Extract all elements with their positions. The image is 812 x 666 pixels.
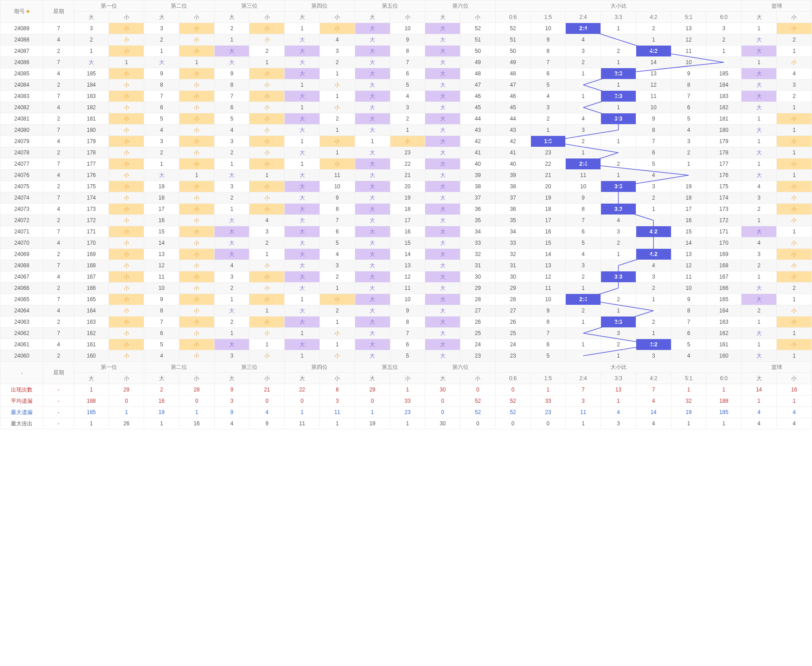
cell-issue: 24088: [0, 34, 43, 46]
cell-ratio-6: 161: [706, 339, 742, 350]
cell-week: 2: [43, 181, 74, 192]
cell-p1-xiao: 小: [179, 249, 214, 260]
cell-ratio-5: 6: [671, 102, 706, 113]
col-ratio-2: 2:4: [566, 373, 601, 384]
cell-blue-xiao: 小: [776, 57, 812, 68]
cell-blue-xiao: 1: [776, 46, 812, 57]
cell-p1-xiao: 小: [179, 305, 214, 317]
cell-issue: 24074: [0, 192, 43, 204]
cell-p2-xiao: 小: [249, 68, 285, 79]
cell-ratio-6: 1: [706, 46, 742, 57]
cell-ratio-3: 1: [601, 170, 636, 181]
cell-ratio-2: 5: [566, 238, 601, 249]
cell-p2-xiao: 1: [249, 249, 285, 260]
cell-ratio-4: 1: [636, 34, 671, 46]
cell-p0-da: 2: [74, 34, 109, 46]
col-ratio-0: 0:6: [495, 373, 530, 384]
cell-p0-da: 160: [74, 350, 109, 362]
cell-p1-xiao: 小: [179, 91, 214, 102]
cell-p0-xiao: 小: [109, 350, 144, 362]
col-pos5-xiao: 小: [460, 12, 496, 23]
cell-ratio-2: 2:4: [566, 102, 601, 113]
s-p4-a: 1: [355, 407, 390, 418]
stat-week: -: [43, 418, 74, 429]
cell-blue-xiao: 4: [776, 68, 812, 79]
col-blue-xiao: 小: [776, 373, 812, 384]
cell-ratio-4: 3: [636, 181, 671, 192]
cell-blue-xiao: 小: [776, 113, 812, 125]
cell-p0-xiao: 小: [109, 215, 144, 226]
cell-ratio-2: 2: [566, 57, 601, 68]
data-row: 240627162小6小1小1小大7大252572:4316162大1: [0, 328, 812, 339]
cell-ratio-0: 38: [495, 181, 530, 192]
cell-p2-da: 大: [214, 238, 249, 249]
cell-ratio-1: 22: [530, 158, 566, 170]
cell-blue-xiao: 2: [776, 34, 812, 46]
cell-ratio-2: 1: [566, 68, 601, 79]
cell-ratio-6: 172: [706, 215, 742, 226]
cell-p4-xiao: 17: [390, 215, 425, 226]
cell-blue-xiao: 1: [776, 350, 812, 362]
cell-p0-da: 161: [74, 339, 109, 350]
cell-ratio-1: 6: [530, 68, 566, 79]
stat-label: 平均遗漏: [0, 396, 43, 407]
cell-p1-xiao: 小: [179, 226, 214, 238]
col-issue[interactable]: 期号: [0, 0, 43, 23]
cell-p4-da: 大: [355, 226, 390, 238]
cell-p1-da: 17: [144, 204, 179, 215]
cell-p3-xiao: 1: [319, 317, 355, 328]
s-p3-b: 3: [319, 396, 355, 407]
cell-p5-xiao: 30: [460, 271, 496, 283]
cell-week: 4: [43, 339, 74, 350]
col-pos5-da: 大: [425, 373, 460, 384]
s-p5-a: 30: [425, 384, 460, 396]
cell-week: 7: [43, 91, 74, 102]
s-r-5: 32: [671, 396, 706, 407]
cell-blue-xiao: 小: [776, 238, 812, 249]
cell-p5-xiao: 33: [460, 238, 496, 249]
cell-blue-xiao: 1: [776, 328, 812, 339]
cell-p4-xiao: 9: [390, 34, 425, 46]
stat-row-avg: 平均遗漏-1880160300303305252333143218811: [0, 396, 812, 407]
cell-ratio-0: 46: [495, 91, 530, 102]
cell-issue: 24087: [0, 46, 43, 57]
s-p2-a: 3: [214, 396, 249, 407]
cell-p2-xiao: 小: [249, 125, 285, 136]
cell-ratio-6: 181: [706, 113, 742, 125]
cell-ratio-2: 10: [566, 181, 601, 192]
cell-p3-da: 大: [285, 113, 320, 125]
cell-p4-da: 大: [355, 350, 390, 362]
cell-week: 7: [43, 226, 74, 238]
cell-ratio-6: 173: [706, 204, 742, 215]
cell-p2-da: 2: [214, 147, 249, 158]
cell-ratio-3: 3:3: [601, 113, 636, 125]
cell-ratio-4: 6: [636, 147, 671, 158]
col-ratio-0: 0:6: [495, 12, 530, 23]
cell-p5-da: 大: [425, 305, 460, 317]
cell-ratio-5: 7: [671, 317, 706, 328]
cell-p0-da: 177: [74, 158, 109, 170]
cell-p4-xiao: 16: [390, 226, 425, 238]
cell-ratio-0: 39: [495, 170, 530, 181]
cell-ratio-2: 1: [566, 339, 601, 350]
cell-p1-da: 4: [144, 125, 179, 136]
cell-p2-da: 大: [214, 226, 249, 238]
cell-p4-xiao: 23: [390, 147, 425, 158]
cell-blue-xiao: 小: [776, 317, 812, 328]
col-issue[interactable]: -: [0, 362, 43, 384]
cell-p1-da: 9: [144, 294, 179, 305]
s-p1-b: 28: [179, 384, 214, 396]
cell-issue: 24073: [0, 204, 43, 215]
cell-ratio-3: 3: [601, 226, 636, 238]
cell-ratio-0: 27: [495, 305, 530, 317]
cell-ratio-3: 1: [601, 79, 636, 91]
cell-ratio-6: 163: [706, 317, 742, 328]
cell-week: 4: [43, 305, 74, 317]
cell-issue: 24060: [0, 350, 43, 362]
cell-p5-da: 大: [425, 181, 460, 192]
cell-week: 4: [43, 102, 74, 113]
col-pos-3: 第四位: [285, 0, 355, 12]
data-row: 240692169小13小大1大4大14大323214414:2131693小: [0, 249, 812, 260]
cell-p1-xiao: 小: [179, 204, 214, 215]
cell-ratio-4: 13: [636, 68, 671, 79]
